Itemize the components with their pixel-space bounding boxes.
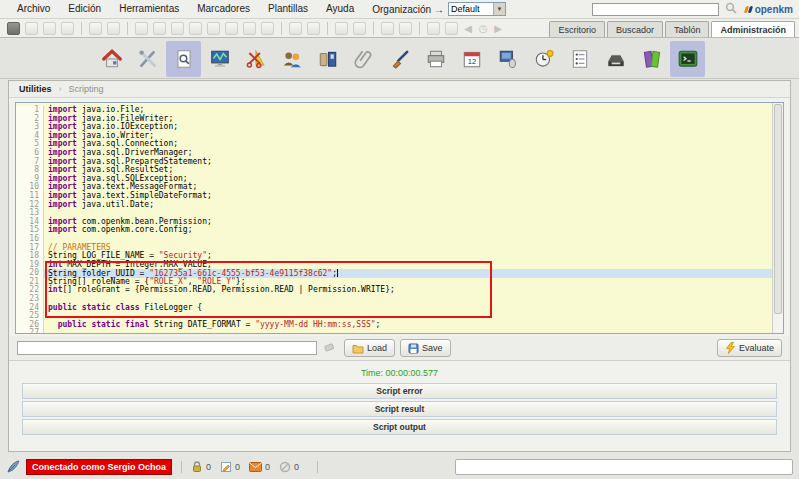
users-icon[interactable]: [274, 41, 309, 77]
remove-subscription-icon[interactable]: [445, 22, 458, 35]
code-line[interactable]: 22 int[] roleGrant = {Permission.READ, P…: [16, 286, 772, 295]
save-button[interactable]: Save: [400, 339, 451, 357]
toolbar-separator: [419, 22, 420, 35]
menu-plantillas[interactable]: Plantillas: [259, 0, 317, 18]
cancel-checkout-icon[interactable]: [207, 22, 220, 35]
statusbar-separator: [317, 461, 318, 473]
openkm-admin-window: Archivo Edición Herramientas Marcadores …: [0, 0, 799, 479]
tab-administracion[interactable]: Administración: [711, 21, 795, 37]
edit-document-icon[interactable]: [43, 22, 56, 35]
menu-ayuda[interactable]: Ayuda: [317, 0, 363, 18]
print-icon[interactable]: [61, 22, 74, 35]
move-document-icon[interactable]: [243, 22, 256, 35]
unlock-icon[interactable]: [107, 22, 120, 35]
menu-herramientas[interactable]: Herramientas: [110, 0, 188, 18]
clean-icon[interactable]: [323, 341, 336, 356]
line-number: 3: [16, 123, 44, 132]
brush-icon[interactable]: [382, 41, 417, 77]
add-document-icon[interactable]: [25, 22, 38, 35]
subtab-utilities[interactable]: Utilities: [19, 84, 52, 94]
add-folder-icon[interactable]: [135, 22, 148, 35]
code-line[interactable]: 15 import com.openkm.core.Config;: [16, 226, 772, 235]
admin-content-panel: Utilities › Scripting 1 import java.io.F…: [8, 80, 791, 452]
checklist-icon[interactable]: [562, 41, 597, 77]
add-note-icon[interactable]: [335, 22, 348, 35]
tab-escritorio[interactable]: Escritorio: [549, 21, 605, 37]
add-version-icon[interactable]: [225, 22, 238, 35]
code-line[interactable]: 26 public static final String DATE_FORMA…: [16, 321, 772, 330]
delete-icon[interactable]: [261, 22, 274, 35]
editor-scrollbar[interactable]: [772, 103, 783, 333]
svg-text:12: 12: [467, 56, 476, 65]
add-subscription-icon[interactable]: [427, 22, 440, 35]
news-counter[interactable]: 0: [279, 461, 299, 473]
chevron-down-icon[interactable]: ▼: [493, 3, 505, 15]
checkout-count: 0: [235, 462, 240, 472]
main-tab-bar: Escritorio Buscador Tablón Administració…: [547, 21, 795, 37]
back-icon[interactable]: ◀: [463, 22, 473, 35]
find-icon[interactable]: [7, 22, 20, 35]
calendar-icon[interactable]: 12: [454, 41, 489, 77]
desktop-settings-icon[interactable]: [490, 41, 525, 77]
home-icon[interactable]: [399, 22, 412, 35]
tab-buscador[interactable]: Buscador: [607, 21, 663, 37]
section-script-error[interactable]: Script error: [22, 383, 777, 399]
terminal-icon[interactable]: [670, 41, 705, 77]
editor-scrollbar-thumb[interactable]: [774, 104, 782, 314]
tab-tablon[interactable]: Tablón: [665, 21, 710, 37]
history-icon[interactable]: ◷: [478, 22, 488, 35]
script-path-input[interactable]: [17, 341, 317, 355]
search-icon[interactable]: [725, 2, 737, 16]
locked-documents-counter[interactable]: 0: [191, 461, 211, 473]
evaluate-button[interactable]: Evaluate: [717, 339, 782, 357]
subtab-scripting[interactable]: Scripting: [69, 84, 104, 94]
printer-icon[interactable]: [418, 41, 453, 77]
organization-select-box: Default ▼: [448, 2, 506, 16]
paperclip-icon[interactable]: [346, 41, 381, 77]
connected-user-badge: Conectado como Sergio Ochoa: [26, 459, 172, 475]
script-code-editor[interactable]: 1 import java.io.File; 2 import java.io.…: [15, 102, 784, 334]
scanner-icon[interactable]: [598, 41, 633, 77]
code-line[interactable]: 16: [16, 235, 772, 244]
quick-search-input[interactable]: [592, 3, 719, 16]
tools-icon[interactable]: [130, 41, 165, 77]
checkout-documents-counter[interactable]: 0: [220, 461, 240, 473]
floppy-disk-icon: [408, 343, 419, 354]
toolbar-separator: [281, 22, 282, 35]
send-mail-icon[interactable]: [153, 22, 166, 35]
line-number: 1: [16, 106, 44, 115]
refresh-icon[interactable]: [381, 22, 394, 35]
section-script-output[interactable]: Script output: [22, 419, 777, 435]
line-number: 27: [16, 329, 44, 333]
load-button[interactable]: Load: [344, 339, 395, 357]
subscriptions-counter[interactable]: 0: [249, 462, 270, 472]
add-category-icon[interactable]: [353, 22, 366, 35]
load-button-label: Load: [367, 343, 387, 353]
section-script-result[interactable]: Script result: [22, 401, 777, 417]
forward-icon[interactable]: ▶: [493, 22, 503, 35]
remove-property-group-icon[interactable]: [307, 22, 320, 35]
code-line[interactable]: 27: [16, 329, 772, 333]
add-property-group-icon[interactable]: [289, 22, 302, 35]
document-search-icon[interactable]: [166, 41, 201, 77]
menu-marcadores[interactable]: Marcadores: [188, 0, 259, 18]
line-number: 2: [16, 115, 44, 124]
code-line[interactable]: 12 import java.util.Date;: [16, 201, 772, 210]
menu-edicion[interactable]: Edición: [59, 0, 110, 18]
menu-archivo[interactable]: Archivo: [8, 0, 59, 18]
books-icon[interactable]: [634, 41, 669, 77]
home-icon[interactable]: [94, 41, 129, 77]
organization-select[interactable]: Default: [449, 3, 493, 15]
activity-monitor-icon[interactable]: [202, 41, 237, 77]
line-number: 6: [16, 149, 44, 158]
statusbar-input[interactable]: [455, 459, 793, 475]
scissors-icon[interactable]: [238, 41, 273, 77]
code-line[interactable]: 19 int MAX_DEPTH = Integer.MAX_VALUE;: [16, 261, 772, 270]
line-number: 8: [16, 166, 44, 175]
code-line[interactable]: 24 public static class FileLogger {: [16, 304, 772, 313]
checkout-icon[interactable]: [171, 22, 184, 35]
checkin-icon[interactable]: [189, 22, 202, 35]
clock-icon[interactable]: [526, 41, 561, 77]
workflow-icon[interactable]: [310, 41, 345, 77]
lock-icon[interactable]: [89, 22, 102, 35]
